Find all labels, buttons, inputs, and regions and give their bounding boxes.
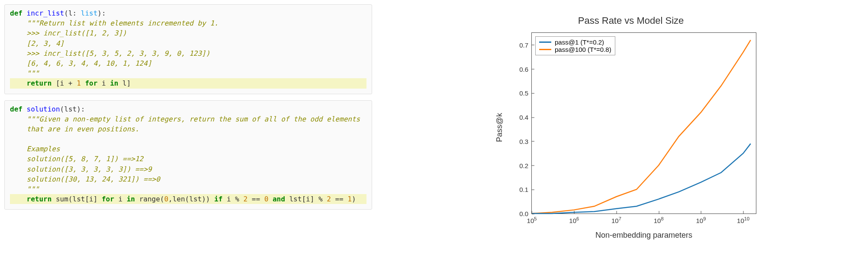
chart-xtick: 107 (611, 214, 621, 224)
chart-plot-area: pass@1 (T*=0.2) pass@100 (T*=0.8) 0.00.1… (531, 32, 756, 214)
docstring-line: solution([5, 8, 7, 1]) ==>12 (27, 155, 144, 163)
docstring-close: """ (27, 185, 39, 193)
chart: Pass Rate vs Model Size Pass@k pass@1 (T… (497, 15, 765, 240)
chart-ytick: 0.2 (519, 162, 532, 169)
legend-row: pass@1 (T*=0.2) (539, 38, 611, 46)
legend-label: pass@100 (T*=0.8) (555, 46, 611, 53)
chart-xtick: 106 (569, 214, 579, 224)
chart-title: Pass Rate vs Model Size (497, 15, 765, 26)
highlighted-return: return [i + 1 for i in l] (10, 78, 366, 88)
docstring-open: """ (27, 19, 39, 27)
docstring-line: Return list with elements incremented by… (39, 19, 218, 27)
chart-column: Pass Rate vs Model Size Pass@k pass@1 (T… (398, 4, 864, 251)
highlighted-return: return sum(lst[i] for i in range(0,len(l… (10, 194, 366, 204)
chart-ytick: 0.4 (519, 114, 532, 121)
keyword-def: def (10, 105, 23, 113)
chart-ytick: 0.7 (519, 41, 532, 48)
sig: (lst): (60, 105, 85, 113)
func-name: solution (27, 105, 60, 113)
chart-xtick: 1010 (737, 214, 749, 224)
chart-ylabel: Pass@k (495, 113, 504, 142)
chart-xlabel: Non-embedding parameters (531, 231, 756, 240)
docstring-close: """ (27, 69, 39, 77)
docstring-open: """ (27, 115, 39, 123)
legend-swatch (539, 41, 551, 43)
chart-xtick: 109 (696, 214, 706, 224)
chart-series-pass1 (532, 143, 751, 214)
chart-svg (532, 33, 756, 214)
chart-xtick: 108 (654, 214, 664, 224)
type: list (81, 9, 98, 17)
chart-xtick: 105 (527, 214, 537, 224)
docstring-line: [2, 3, 4] (27, 39, 64, 48)
func-name: incr_list (27, 9, 64, 17)
docstring-line: solution([30, 13, 24, 321]) ==>0 (27, 175, 160, 183)
chart-ytick: 0.6 (519, 65, 532, 73)
docstring-line: solution([3, 3, 3, 3, 3]) ==>9 (27, 165, 152, 173)
chart-ytick: 0.5 (519, 89, 532, 97)
legend-label: pass@1 (T*=0.2) (555, 38, 604, 46)
chart-ytick: 0.3 (519, 137, 532, 145)
sig: (l: (64, 9, 81, 17)
docstring-line: Examples (27, 145, 60, 153)
chart-series-pass100 (532, 40, 751, 214)
code-block-solution: def solution(lst): """Given a non-empty … (4, 100, 372, 210)
docstring-line: >>> incr_list([5, 3, 5, 2, 3, 3, 9, 0, 1… (27, 49, 210, 57)
docstring-line: >>> incr_list([1, 2, 3]) (27, 29, 127, 37)
legend-swatch (539, 49, 551, 50)
keyword-return: return (27, 195, 52, 203)
chart-legend: pass@1 (T*=0.2) pass@100 (T*=0.8) (535, 36, 615, 55)
code-column: def incr_list(l: list): """Return list w… (4, 4, 372, 251)
chart-ytick: 0.1 (519, 186, 532, 193)
sig-close: ): (97, 9, 106, 17)
keyword-return: return (27, 79, 52, 87)
docstring-line: that are in even positions. (27, 125, 139, 133)
docstring-line: [6, 4, 6, 3, 4, 4, 10, 1, 124] (27, 59, 152, 67)
keyword-def: def (10, 9, 23, 17)
docstring-line: Given a non-empty list of integers, retu… (39, 115, 360, 123)
legend-row: pass@100 (T*=0.8) (539, 46, 611, 53)
code-block-incr-list: def incr_list(l: list): """Return list w… (4, 4, 372, 94)
